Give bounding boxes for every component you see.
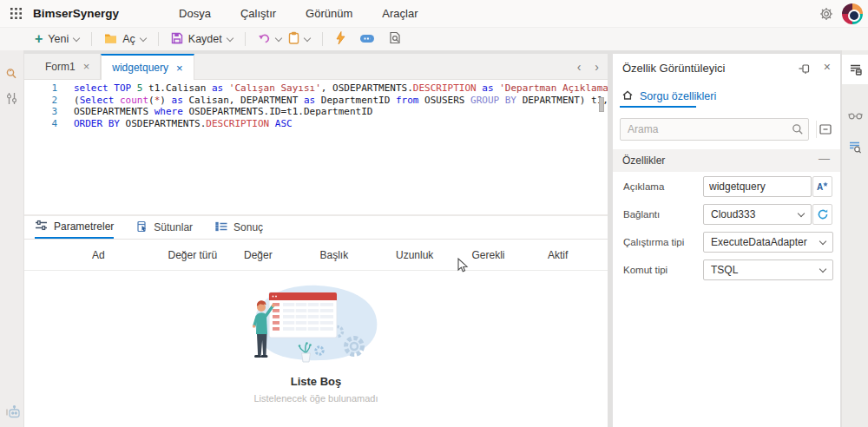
collapse-all-icon[interactable] [819, 122, 832, 136]
empty-list-illustration [247, 280, 385, 367]
field-komut-tipi: Komut tipi TSQL [613, 259, 840, 282]
clipboard-icon [288, 31, 299, 47]
save-button-label: Kaydet [188, 33, 222, 45]
menu-araclar[interactable]: Araçlar [367, 0, 432, 28]
column-header: Değer [244, 249, 320, 261]
run-query-button[interactable] [332, 30, 349, 49]
code-line: 4ORDER BY OSDEPARTMENTS.DESCRIPTION ASC [24, 118, 608, 130]
param-table-header: AdDeğer türüDeğerBaşlıkUzunlukGerekliAkt… [24, 240, 608, 271]
app-launcher-waffle-icon[interactable] [9, 7, 23, 21]
query-editor-panel: Form1 × widgetquery × ‹ › 1select TOP 5 … [24, 54, 608, 427]
settings-gear-icon[interactable] [819, 7, 835, 23]
tab-form1-label: Form1 [45, 61, 76, 73]
calistirma-tipi-select[interactable]: ExecuteDataAdapter [703, 232, 833, 253]
translate-icon[interactable]: A [812, 176, 832, 197]
code-line: 1select TOP 5 t1.Calisan as 'Calışan Say… [24, 82, 608, 95]
connection-pill-icon [359, 33, 375, 46]
open-button[interactable]: Aç [101, 31, 149, 48]
tab-scroll-arrows: ‹ › [577, 54, 599, 80]
chevron-down-icon [140, 34, 147, 41]
menubar: BimserSynergy Dosya Çalıştır Görünüm Ara… [0, 0, 868, 28]
line-number: 2 [24, 95, 57, 107]
chevron-down-icon [798, 209, 805, 216]
property-viewer-icon[interactable] [842, 55, 868, 84]
toolbar: + Yeni Aç Kaydet [0, 28, 868, 50]
open-button-label: Aç [122, 33, 135, 45]
user-avatar[interactable] [842, 3, 863, 24]
editor-tabbar: Form1 × widgetquery × ‹ › [24, 54, 608, 80]
inspect-search-icon[interactable] [5, 68, 19, 82]
undo-button[interactable] [254, 30, 285, 49]
section-ozellikler[interactable]: Özellikler — [613, 149, 840, 172]
sliders-icon [35, 220, 48, 233]
home-icon [621, 89, 634, 103]
chevron-right-icon[interactable]: › [595, 60, 599, 74]
column-header: Gerekli [472, 249, 549, 261]
list-search-icon[interactable] [842, 132, 868, 161]
menu-gorunum[interactable]: Görünüm [291, 0, 367, 28]
left-sidebar [0, 50, 24, 427]
assistant-bot-icon[interactable] [5, 404, 19, 418]
connection-pill-button[interactable] [356, 31, 378, 48]
field-calistirma-tipi: Çalıştırma tipi ExecuteDataAdapter [613, 232, 840, 254]
sql-code-editor[interactable]: 1select TOP 5 t1.Calisan as 'Calışan Say… [24, 80, 608, 212]
toolbar-separator [245, 32, 246, 46]
preview-glasses-icon[interactable] [842, 101, 868, 130]
baglanti-value: Cloud333 [711, 208, 755, 220]
search-input[interactable] [620, 118, 809, 141]
code-line: 2(Select count(*) as Calisan, DEPARTMENT… [24, 95, 608, 107]
save-floppy-icon [171, 32, 183, 47]
search-box [620, 118, 809, 141]
empty-state-subtitle: Listelenecek öğe bulunamadı [24, 393, 608, 404]
line-number: 4 [24, 118, 57, 130]
field-label: Bağlantı [623, 209, 660, 220]
tab-widgetquery[interactable]: widgetquery × [101, 54, 194, 80]
collapse-section-icon[interactable]: — [819, 152, 830, 165]
menu-calistir[interactable]: Çalıştır [226, 0, 291, 28]
pin-icon[interactable] [798, 62, 811, 75]
new-button[interactable]: + Yeni [31, 31, 82, 47]
field-label: Açıklama [623, 181, 664, 192]
scrollbar-thumb[interactable] [599, 97, 604, 112]
vertical-sliders-icon[interactable] [5, 92, 19, 106]
code-line: 3OSDEPARTMENTS where OSDEPARTMENTS.ID=t1… [24, 106, 608, 118]
folder-icon [104, 33, 117, 46]
save-button[interactable]: Kaydet [168, 30, 236, 49]
close-icon[interactable]: × [83, 61, 90, 72]
column-header: Değer türü [168, 249, 245, 261]
baglanti-select[interactable]: Cloud333 [703, 204, 812, 225]
toolbar-separator [91, 32, 92, 46]
search-icon[interactable] [792, 123, 804, 139]
komut-tipi-select[interactable]: TSQL [703, 259, 833, 280]
chevron-left-icon[interactable]: ‹ [577, 60, 582, 74]
tab-widgetquery-label: widgetquery [112, 62, 168, 74]
calistirma-tipi-value: ExecuteDataAdapter [711, 236, 807, 248]
panel-title: Özellik Görüntüleyici [622, 62, 726, 75]
close-icon[interactable]: × [824, 60, 831, 74]
toolbar-separator [322, 32, 323, 46]
line-number: 1 [24, 82, 57, 95]
list-icon [215, 221, 227, 234]
paste-button[interactable] [285, 30, 313, 49]
aciklama-input[interactable] [703, 176, 812, 197]
column-header: Başlık [320, 249, 397, 261]
document-search-icon [389, 31, 401, 47]
menu-dosya[interactable]: Dosya [164, 0, 226, 28]
tab-sonuc[interactable]: Sonuç [215, 216, 263, 239]
tab-form1[interactable]: Form1 × [35, 54, 101, 79]
tab-sorgu-ozellikleri[interactable]: Sorgu özellikleri [621, 89, 716, 103]
active-tab-underline [620, 106, 696, 108]
tab-sutunlar[interactable]: Sütunlar [136, 216, 193, 239]
refresh-icon[interactable] [812, 204, 832, 225]
property-viewer-panel: Özellik Görüntüleyici × Sorgu özellikler… [613, 54, 840, 427]
close-icon[interactable]: × [176, 62, 183, 74]
code-lines: 1select TOP 5 t1.Calisan as 'Calışan Say… [24, 82, 608, 129]
tab-parametreler-label: Parametreler [54, 220, 114, 233]
field-label: Komut tipi [623, 265, 667, 275]
toolbar-separator [158, 32, 159, 46]
chevron-down-icon [303, 34, 310, 41]
results-tabbar: Parametreler Sütunlar Sonuç [24, 216, 608, 240]
preview-document-button[interactable] [385, 30, 404, 49]
chevron-down-icon [274, 34, 281, 41]
tab-parametreler[interactable]: Parametreler [35, 216, 114, 239]
